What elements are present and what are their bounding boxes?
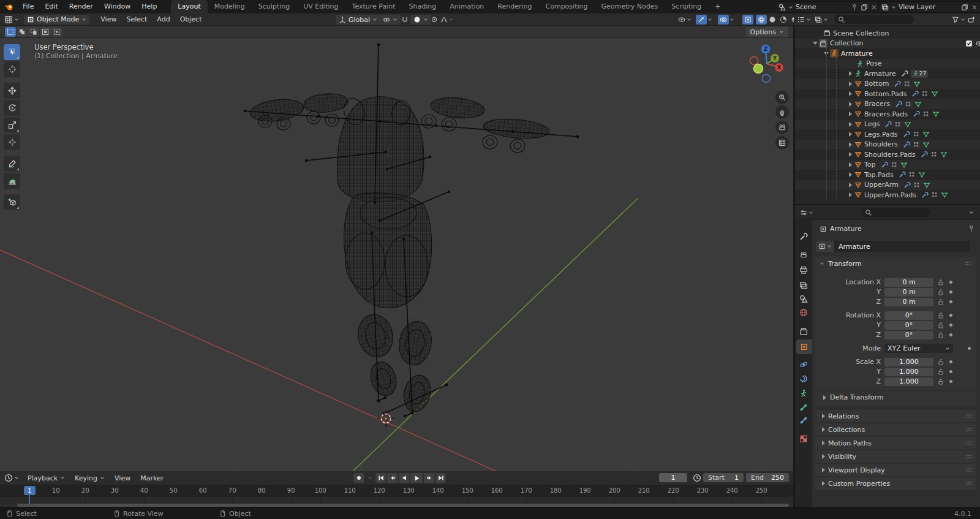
pin-icon[interactable] [851, 4, 858, 11]
tab-uv-editing[interactable]: UV Editing [296, 0, 345, 13]
geometry-grid-icon[interactable] [931, 191, 938, 199]
menu-edit[interactable]: Edit [39, 0, 63, 13]
tab-rendering[interactable]: Rendering [491, 0, 538, 13]
animate-dot[interactable] [949, 314, 952, 317]
tab-texture-paint[interactable]: Texture Paint [345, 0, 402, 13]
location-z-field[interactable]: 0 m [884, 298, 933, 306]
play-reverse-button[interactable] [399, 473, 410, 483]
mesh-data-icon[interactable] [904, 121, 911, 128]
lock-icon[interactable] [937, 368, 944, 376]
play-button[interactable] [410, 473, 423, 483]
tab-collection-icon[interactable] [799, 327, 808, 336]
tab-constraints-icon[interactable] [799, 374, 808, 383]
expander[interactable] [846, 142, 854, 147]
transform-orientation-selector[interactable]: Global [336, 15, 380, 25]
tool-add-cube[interactable] [4, 194, 20, 210]
checkbox-icon[interactable] [965, 40, 973, 47]
select-mode-set[interactable] [5, 27, 16, 37]
outliner-row-mesh[interactable]: Shoulders.Pads [795, 150, 980, 159]
panel-collections[interactable]: Collections [815, 423, 976, 436]
pivot-point-selector[interactable] [410, 15, 431, 25]
menu-help[interactable]: Help [136, 0, 162, 13]
delta-transform-subpanel[interactable]: Delta Transform [815, 390, 976, 404]
geometry-grid-icon[interactable] [913, 181, 921, 189]
jump-to-start-button[interactable] [375, 473, 386, 483]
menu-marker[interactable]: Marker [135, 474, 168, 482]
tab-view-layer-icon[interactable] [799, 281, 808, 290]
close-icon[interactable] [971, 4, 978, 11]
navigation-gizmo[interactable]: Z Y X [750, 45, 784, 83]
outliner-row-collection[interactable]: Collection [795, 39, 980, 48]
menu-select[interactable]: Select [121, 15, 152, 23]
mesh-data-icon[interactable] [918, 171, 925, 178]
tool-scale[interactable] [4, 117, 20, 133]
tab-bone-icon[interactable] [799, 403, 808, 412]
modifier-wrench-icon[interactable] [899, 171, 906, 178]
mesh-data-icon[interactable] [914, 100, 922, 108]
rotation-mode-dropdown[interactable]: XYZ Euler [884, 344, 953, 353]
shading-material-button[interactable] [778, 15, 789, 25]
outliner-row-mesh[interactable]: Bottom.Pads [795, 89, 980, 99]
modifier-wrench-icon[interactable] [921, 151, 928, 158]
tab-shading[interactable]: Shading [402, 0, 443, 13]
scale-z-field[interactable]: 1.000 [884, 377, 933, 386]
animate-dot[interactable] [949, 360, 952, 363]
expander[interactable] [846, 71, 854, 76]
modifier-wrench-icon[interactable] [911, 90, 919, 97]
view-layer-selector[interactable]: View Layer [878, 1, 980, 13]
expander[interactable] [846, 152, 854, 157]
geometry-grid-icon[interactable] [913, 131, 920, 138]
mesh-data-icon[interactable] [923, 181, 930, 189]
mesh-data-icon[interactable] [931, 90, 938, 97]
animate-dot[interactable] [949, 290, 952, 294]
id-type-dropdown[interactable] [816, 241, 834, 252]
mesh-data-icon[interactable] [900, 161, 908, 169]
tool-rotate[interactable] [4, 100, 20, 116]
menu-view-timeline[interactable]: View [110, 474, 135, 482]
outliner-row-mesh[interactable]: Bracers.Pads [795, 109, 980, 119]
playhead-line[interactable] [29, 495, 30, 504]
expander[interactable] [846, 192, 854, 197]
modifier-wrench-icon[interactable] [895, 100, 902, 108]
geometry-grid-icon[interactable] [930, 151, 938, 158]
expander[interactable] [811, 42, 819, 45]
lock-icon[interactable] [937, 298, 944, 306]
geometry-grid-icon[interactable] [891, 161, 898, 169]
copy-view-layer-icon[interactable] [961, 4, 968, 11]
pan-button[interactable] [775, 105, 789, 119]
chevron-down-icon[interactable] [707, 17, 712, 22]
expander[interactable] [846, 183, 854, 188]
rotation-x-field[interactable]: 0° [884, 311, 933, 320]
animate-dot[interactable] [949, 300, 952, 303]
gizmos-toggle[interactable] [696, 15, 707, 25]
shading-wireframe-button[interactable] [756, 15, 767, 25]
properties-search-input[interactable] [861, 208, 930, 217]
location-x-field[interactable]: 0 m [884, 278, 933, 287]
tab-scripting[interactable]: Scripting [665, 0, 708, 13]
modifier-wrench-icon[interactable] [884, 121, 892, 128]
tab-scene-icon[interactable] [799, 295, 808, 303]
timeline-strip[interactable] [0, 497, 793, 504]
tab-modeling[interactable]: Modeling [208, 0, 252, 13]
tab-object-active[interactable] [796, 339, 812, 354]
animate-dot[interactable] [968, 347, 971, 350]
modifier-wrench-icon[interactable] [921, 191, 929, 199]
geometry-grid-icon[interactable] [894, 121, 902, 128]
tab-layout[interactable]: Layout [171, 0, 207, 13]
menu-keying[interactable]: Keying [70, 474, 110, 482]
geometry-grid-icon[interactable] [922, 110, 930, 118]
expander[interactable] [846, 122, 854, 127]
new-collection-button[interactable] [968, 16, 980, 23]
outliner-row-mesh[interactable]: Bracers [795, 99, 980, 109]
eye-icon[interactable] [976, 40, 980, 47]
tool-wrench-icon[interactable] [901, 70, 908, 77]
mesh-data-icon[interactable] [941, 191, 948, 199]
tab-animation[interactable]: Animation [443, 0, 491, 13]
geometry-grid-icon[interactable] [908, 171, 916, 178]
outliner-row-mesh[interactable]: UpperArm [795, 180, 980, 190]
proportional-falloff-selector[interactable] [439, 15, 456, 25]
expander[interactable] [846, 132, 854, 137]
playhead-badge[interactable]: 1 [24, 486, 36, 495]
menu-window[interactable]: Window [99, 0, 136, 13]
expander[interactable] [846, 102, 854, 107]
